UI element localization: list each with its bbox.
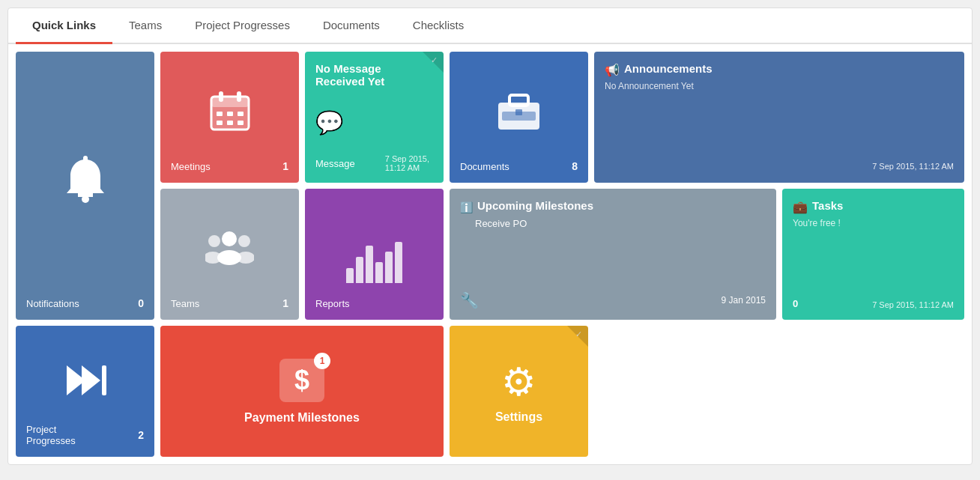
tile-reports[interactable]: Reports: [305, 189, 444, 320]
team-icon: [205, 199, 254, 297]
tile-notifications[interactable]: Notifications 0: [16, 52, 154, 320]
svg-rect-8: [227, 112, 233, 116]
payment-label: Payment Milestones: [244, 411, 360, 425]
bar-2: [356, 257, 363, 283]
message-timestamp: 7 Sep 2015, 11:12 AM: [385, 154, 433, 172]
tile-announcements[interactable]: 📢 Announcements No Announcement Yet 7 Se…: [594, 52, 964, 183]
svg-point-21: [238, 235, 250, 247]
skip-icon: [63, 336, 108, 424]
tab-project-progresses[interactable]: Project Progresses: [178, 8, 306, 44]
tab-bar: Quick Links Teams Project Progresses Doc…: [8, 8, 972, 44]
svg-rect-12: [238, 121, 244, 125]
meetings-count: 1: [282, 160, 288, 172]
svg-rect-25: [102, 365, 106, 395]
bar-5: [385, 252, 393, 283]
tile-settings[interactable]: ✓ ⚙ Settings: [450, 326, 588, 457]
announcements-header: 📢 Announcements: [605, 62, 954, 78]
svg-rect-16: [515, 109, 522, 115]
svg-point-1: [82, 195, 89, 203]
main-container: Quick Links Teams Project Progresses Doc…: [7, 7, 973, 465]
svg-point-19: [208, 235, 220, 247]
tasks-subtitle: You're free !: [793, 218, 954, 228]
message-title: No Message Received Yet: [315, 62, 433, 88]
tasks-label: Tasks: [812, 199, 843, 212]
wrench-icon: 🔧: [460, 291, 479, 309]
payment-badge: 1: [314, 353, 330, 369]
notifications-count: 0: [138, 297, 144, 309]
svg-rect-4: [211, 97, 249, 107]
reports-label-row: Reports: [315, 298, 433, 309]
bar-4: [375, 262, 383, 283]
teams-label: Teams: [171, 298, 282, 309]
speaker-icon: 📢: [605, 63, 620, 77]
project-progresses-label-row: Project Progresses 2: [26, 424, 144, 446]
milestones-date: 9 Jan 2015: [722, 295, 766, 306]
svg-rect-6: [237, 91, 241, 102]
tiles-grid: Notifications 0: [8, 44, 972, 464]
tasks-count: 0: [793, 298, 798, 309]
project-progresses-count: 2: [138, 429, 144, 441]
svg-point-17: [222, 231, 237, 246]
tasks-bottom: 0 7 Sep 2015, 11:12 AM: [793, 298, 954, 309]
svg-rect-9: [238, 112, 244, 116]
tasks-timestamp: 7 Sep 2015, 11:12 AM: [872, 300, 954, 309]
briefcase-tasks-icon: 💼: [793, 200, 808, 214]
reports-chart: [346, 238, 402, 283]
payment-icon-wrap: $ 1: [279, 359, 324, 402]
tab-documents[interactable]: Documents: [306, 8, 396, 44]
bar-1: [346, 268, 354, 283]
documents-label-row: Documents 8: [460, 160, 578, 172]
documents-label: Documents: [460, 161, 572, 172]
notifications-label-row: Notifications 0: [26, 297, 144, 309]
reports-label: Reports: [315, 298, 433, 309]
announcements-subtitle: No Announcement Yet: [605, 81, 954, 91]
tile-teams[interactable]: Teams 1: [160, 189, 299, 320]
project-progresses-label: Project Progresses: [26, 424, 138, 446]
meetings-label: Meetings: [171, 161, 282, 172]
tile-message[interactable]: No Message Received Yet ✓ 💬 Message 7 Se…: [305, 52, 444, 183]
tile-project-progresses[interactable]: Project Progresses 2: [16, 326, 154, 457]
svg-rect-2: [83, 156, 88, 162]
chat-icon: 💬: [315, 109, 343, 136]
gears-icon: ⚙: [501, 359, 536, 404]
notifications-label: Notifications: [26, 298, 138, 309]
meetings-label-row: Meetings 1: [171, 160, 288, 172]
tile-tasks[interactable]: 💼 Tasks You're free ! 0 7 Sep 2015, 11:1…: [782, 189, 964, 320]
message-bottom: Message 7 Sep 2015, 11:12 AM: [315, 154, 433, 172]
check-icon: ✓: [431, 55, 438, 65]
svg-point-22: [237, 252, 254, 264]
bar-6: [395, 242, 402, 283]
calendar-icon: [208, 62, 252, 160]
info-icon: ℹ️: [460, 201, 473, 213]
briefcase-icon: [494, 62, 543, 160]
svg-rect-10: [217, 121, 223, 125]
message-top: No Message Received Yet ✓: [315, 62, 433, 91]
svg-marker-24: [82, 365, 100, 395]
tile-documents[interactable]: Documents 8: [450, 52, 588, 183]
teams-count: 1: [282, 297, 288, 309]
tile-meetings[interactable]: Meetings 1: [160, 52, 299, 183]
settings-check-icon: ✓: [575, 329, 582, 339]
settings-label: Settings: [495, 410, 542, 424]
announcements-label: Announcements: [624, 62, 713, 75]
svg-rect-7: [217, 112, 223, 116]
tile-payment[interactable]: $ 1 Payment Milestones: [160, 326, 444, 457]
tab-teams[interactable]: Teams: [112, 8, 178, 44]
milestones-label: Upcoming Milestones: [477, 199, 593, 212]
milestones-item: Receive PO: [460, 218, 766, 229]
svg-rect-11: [227, 121, 233, 125]
bar-3: [366, 246, 373, 283]
tile-milestones[interactable]: ℹ️ Upcoming Milestones Receive PO 🔧 9 Ja…: [450, 189, 776, 320]
tab-checklists[interactable]: Checklists: [396, 8, 480, 44]
payment-wrapper: $ 1 Payment Milestones: [244, 336, 360, 446]
announcements-timestamp: 7 Sep 2015, 11:12 AM: [872, 162, 954, 171]
bell-icon: [63, 62, 108, 297]
documents-count: 8: [572, 160, 578, 172]
svg-rect-5: [219, 91, 223, 102]
tab-quick-links[interactable]: Quick Links: [16, 8, 112, 44]
milestones-content: ℹ️ Upcoming Milestones Receive PO 🔧 9 Ja…: [460, 199, 766, 309]
svg-point-20: [205, 252, 222, 264]
message-label: Message: [315, 158, 385, 169]
teams-label-row: Teams 1: [171, 297, 288, 309]
settings-wrapper: ⚙ Settings: [495, 336, 542, 446]
